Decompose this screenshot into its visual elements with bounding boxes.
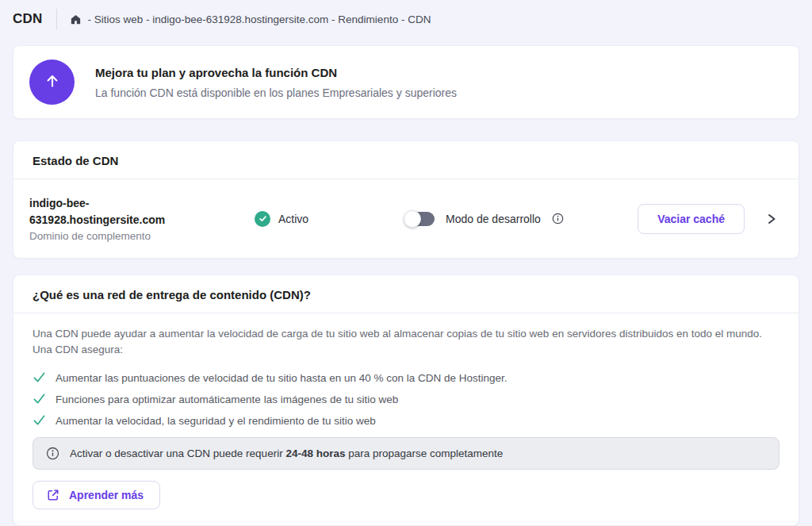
domain-cell: indigo-bee-631928.hostingersite.com Domi… bbox=[29, 195, 255, 242]
check-icon bbox=[33, 413, 46, 429]
breadcrumb: - Sitios web - indigo-bee-631928.hosting… bbox=[70, 13, 431, 25]
benefit-text: Funciones para optimizar automáticamente… bbox=[56, 394, 398, 405]
upgrade-icon-badge bbox=[29, 60, 75, 105]
cdn-status-title: Estado de CDN bbox=[13, 141, 799, 179]
cdn-status-card: Estado de CDN indigo-bee-631928.hostinge… bbox=[13, 140, 799, 259]
propagation-notice-banner: Activar o desactivar una CDN puede reque… bbox=[33, 437, 779, 470]
home-icon[interactable] bbox=[70, 13, 82, 25]
check-icon bbox=[33, 392, 46, 408]
benefit-text: Aumentar la velocidad, la seguridad y el… bbox=[56, 415, 376, 427]
header-divider bbox=[56, 9, 57, 29]
dev-mode-label: Modo de desarrollo bbox=[446, 213, 541, 225]
page-title: CDN bbox=[13, 11, 42, 27]
breadcrumb-text: - Sitios web - indigo-bee-631928.hosting… bbox=[87, 13, 431, 25]
domain-type-label: Dominio de complemento bbox=[29, 230, 242, 242]
propagation-notice-text: Activar o desactivar una CDN puede reque… bbox=[70, 447, 503, 459]
upgrade-banner-title: Mejora tu plan y aprovecha la función CD… bbox=[95, 66, 457, 79]
flush-cache-button[interactable]: Vaciar caché bbox=[638, 204, 745, 234]
domain-name: indigo-bee-631928.hostingersite.com bbox=[29, 195, 188, 228]
dev-mode-toggle-knob bbox=[404, 210, 421, 228]
cdn-status-row: indigo-bee-631928.hostingersite.com Domi… bbox=[13, 179, 799, 258]
benefit-list: Aumentar las puntuaciones de velocidad d… bbox=[33, 367, 779, 432]
what-is-cdn-title: ¿Qué es una red de entrega de contenido … bbox=[13, 275, 799, 313]
what-is-cdn-body: Una CDN puede ayudar a aumentar la veloc… bbox=[13, 313, 799, 525]
cdn-description: Una CDN puede ayudar a aumentar la veloc… bbox=[33, 326, 779, 358]
info-icon bbox=[46, 447, 59, 460]
external-link-icon bbox=[46, 488, 60, 502]
upgrade-banner-text: Mejora tu plan y aprovecha la función CD… bbox=[95, 66, 457, 99]
learn-more-label: Aprender más bbox=[69, 489, 144, 501]
status-active-check-icon bbox=[255, 211, 270, 227]
learn-more-button[interactable]: Aprender más bbox=[33, 481, 160, 509]
check-icon bbox=[33, 371, 46, 386]
chevron-right-icon[interactable] bbox=[765, 212, 778, 226]
upgrade-banner-card: Mejora tu plan y aprovecha la función CD… bbox=[13, 45, 799, 119]
status-badge: Activo bbox=[278, 213, 308, 225]
list-item: Funciones para optimizar automáticamente… bbox=[33, 389, 779, 410]
dev-mode-cell: Modo de desarrollo bbox=[405, 212, 638, 226]
status-cell: Activo bbox=[255, 211, 405, 227]
what-is-cdn-card: ¿Qué es una red de entrega de contenido … bbox=[13, 275, 799, 526]
page-header: CDN - Sitios web - indigo-bee-631928.hos… bbox=[0, 0, 812, 37]
benefit-text: Aumentar las puntuaciones de velocidad d… bbox=[56, 372, 508, 384]
arrow-up-icon bbox=[42, 71, 63, 94]
info-icon[interactable] bbox=[552, 213, 564, 225]
dev-mode-toggle[interactable] bbox=[405, 212, 435, 226]
list-item: Aumentar las puntuaciones de velocidad d… bbox=[33, 367, 779, 389]
list-item: Aumentar la velocidad, la seguridad y el… bbox=[33, 410, 779, 432]
upgrade-banner-subtitle: La función CDN está disponible en los pl… bbox=[95, 86, 457, 99]
